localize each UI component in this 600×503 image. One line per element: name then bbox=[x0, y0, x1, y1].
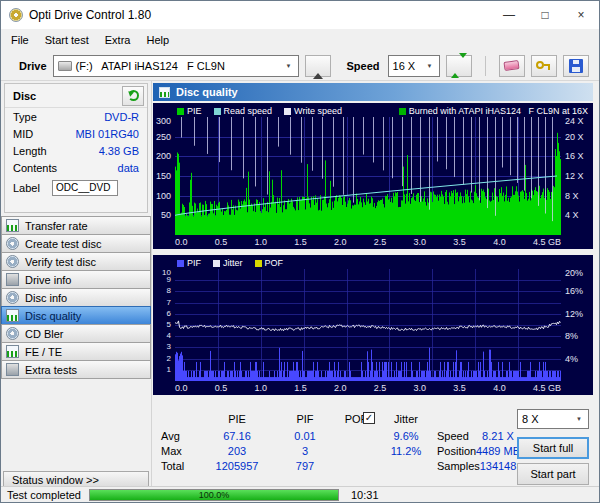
pie-legend-swatch bbox=[177, 108, 184, 115]
pie-chart: PIE Read speed Write speed Burned with A… bbox=[153, 103, 593, 249]
save-results-button[interactable] bbox=[563, 55, 589, 77]
status-bar: Test completed 100.0% 10:31 bbox=[1, 486, 599, 502]
page-title: Disc quality bbox=[176, 86, 238, 98]
pif-chart-canvas bbox=[175, 269, 561, 381]
title-bar: Opti Drive Control 1.80 — □ × bbox=[1, 1, 599, 29]
col-header-pif: PIF bbox=[279, 413, 331, 426]
sidebar-item-extra-tests[interactable]: Extra tests bbox=[1, 360, 151, 379]
toolbar: Drive (F:) ATAPI iHAS124 F CL9N ▼ Speed … bbox=[1, 51, 599, 81]
pif-legend-swatch bbox=[177, 260, 184, 267]
main-panel: Disc quality PIE Read speed Write speed … bbox=[153, 81, 593, 488]
pif-y-axis-left: 10987654321 bbox=[153, 269, 175, 381]
test-speed-value: 8 X bbox=[522, 413, 539, 425]
pie-chart-canvas bbox=[175, 117, 561, 235]
sidebar-item-fe-te[interactable]: FE / TE bbox=[1, 342, 151, 361]
minimize-button[interactable]: — bbox=[491, 1, 527, 29]
license-button[interactable] bbox=[531, 55, 557, 77]
disc-label-input[interactable] bbox=[52, 180, 118, 196]
sidebar-item-disc-info[interactable]: Disc info bbox=[1, 288, 151, 307]
up-down-arrows-icon bbox=[451, 58, 467, 73]
disc-field-length: Length 4.38 GB bbox=[5, 142, 147, 159]
burn-info: Burned with ATAPI iHAS124 F CL9N at 16X bbox=[409, 106, 588, 116]
pof-legend-swatch bbox=[255, 260, 262, 267]
pif-jitter-chart: PIF Jitter POF 10987654321 20%16%12%8%4%… bbox=[153, 255, 593, 395]
stats-panel: PIE PIF POF ✓ Jitter Avg 67.16 0.01 9.6%… bbox=[153, 399, 593, 488]
create-disc-icon bbox=[6, 237, 19, 250]
start-full-button[interactable]: Start full bbox=[517, 437, 589, 459]
disc-info-icon bbox=[6, 291, 19, 304]
refresh-icon bbox=[128, 90, 139, 101]
max-pif: 3 bbox=[279, 445, 331, 458]
test-status: Test completed bbox=[7, 489, 81, 501]
max-jitter: 11.2% bbox=[381, 445, 431, 458]
write-speed-legend-swatch bbox=[284, 108, 291, 115]
sidebar-item-create-test-disc[interactable]: Create test disc bbox=[1, 234, 151, 253]
chevron-down-icon: ▼ bbox=[282, 63, 296, 69]
close-button[interactable]: × bbox=[563, 1, 599, 29]
col-header-jitter: Jitter bbox=[381, 413, 431, 426]
total-pie: 1205957 bbox=[203, 460, 271, 473]
app-icon bbox=[9, 8, 23, 22]
col-header-pie: PIE bbox=[203, 413, 271, 426]
sidebar-item-disc-quality[interactable]: Disc quality bbox=[1, 306, 151, 325]
sidebar-item-verify-test-disc[interactable]: Verify test disc bbox=[1, 252, 151, 271]
menu-file[interactable]: File bbox=[3, 31, 37, 49]
speed-select[interactable]: 16 X ▼ bbox=[388, 55, 440, 77]
eject-icon bbox=[313, 58, 323, 73]
window-title: Opti Drive Control 1.80 bbox=[29, 8, 151, 22]
disc-label-row: Label bbox=[5, 179, 147, 196]
menu-extra[interactable]: Extra bbox=[97, 31, 139, 49]
sidebar-item-drive-info[interactable]: Drive info bbox=[1, 270, 151, 289]
progress-bar: 100.0% bbox=[89, 489, 339, 501]
drive-select[interactable]: (F:) ATAPI iHAS124 F CL9N ▼ bbox=[53, 55, 299, 77]
refresh-disc-button[interactable] bbox=[122, 86, 144, 106]
refresh-speeds-button[interactable] bbox=[446, 55, 472, 77]
disc-field-mid: MID MBI 01RG40 bbox=[5, 125, 147, 142]
drive-icon bbox=[58, 61, 72, 71]
avg-pif: 0.01 bbox=[279, 430, 331, 443]
pie-x-axis: 0.00.51.01.52.02.53.03.54.04.5 GB bbox=[175, 235, 561, 248]
window-controls: — □ × bbox=[491, 1, 599, 29]
menu-start-test[interactable]: Start test bbox=[37, 31, 97, 49]
sidebar-item-cd-bler[interactable]: CD Bler bbox=[1, 324, 151, 343]
jitter-legend-swatch bbox=[213, 260, 220, 267]
cd-bler-icon bbox=[6, 327, 19, 340]
save-icon bbox=[569, 59, 583, 73]
pie-y-axis-left: 30025020015010050 bbox=[153, 117, 175, 235]
test-speed-select[interactable]: 8 X ▼ bbox=[517, 409, 589, 429]
drive-select-value: (F:) ATAPI iHAS124 F CL9N bbox=[76, 60, 225, 72]
sidebar-item-transfer-rate[interactable]: Transfer rate bbox=[1, 216, 151, 235]
toolbar-separator bbox=[485, 56, 486, 76]
eject-button[interactable] bbox=[305, 55, 331, 77]
sidebar-nav: Transfer rate Create test disc Verify te… bbox=[1, 217, 151, 379]
key-icon bbox=[536, 58, 552, 73]
jitter-checkbox[interactable]: ✓ bbox=[363, 412, 375, 424]
total-pif: 797 bbox=[279, 460, 331, 473]
jitter-y-axis-right: 20%16%12%8%4% bbox=[561, 269, 593, 381]
disc-info-box: Disc Type DVD-R MID MBI 01RG40 Length 4.… bbox=[4, 83, 148, 213]
speed-select-value: 16 X bbox=[393, 60, 416, 72]
verify-disc-icon bbox=[6, 255, 19, 268]
left-panel: Disc Type DVD-R MID MBI 01RG40 Length 4.… bbox=[1, 81, 152, 488]
chevron-down-icon: ▼ bbox=[423, 63, 437, 69]
max-pie: 203 bbox=[203, 445, 271, 458]
disc-box-title: Disc bbox=[13, 90, 36, 102]
eraser-icon bbox=[503, 60, 519, 71]
fe-te-icon bbox=[6, 345, 19, 358]
start-part-button[interactable]: Start part bbox=[517, 463, 589, 485]
elapsed-time: 10:31 bbox=[351, 489, 379, 501]
speed-label: Speed bbox=[347, 60, 380, 72]
transfer-rate-icon bbox=[6, 219, 19, 232]
app-window: Opti Drive Control 1.80 — □ × File Start… bbox=[0, 0, 600, 503]
chevron-down-icon: ▼ bbox=[572, 416, 586, 422]
disc-quality-nav-icon bbox=[6, 309, 19, 322]
page-title-bar: Disc quality bbox=[153, 83, 593, 101]
drive-label: Drive bbox=[19, 60, 47, 72]
maximize-button[interactable]: □ bbox=[527, 1, 563, 29]
read-speed-legend-swatch bbox=[214, 108, 221, 115]
disc-field-contents: Contents data bbox=[5, 159, 147, 176]
erase-disc-button[interactable] bbox=[499, 55, 525, 77]
pie-y-axis-right: 24 X20 X16 X12 X8 X4 X bbox=[561, 117, 593, 235]
pie-chart-legend: PIE Read speed Write speed Burned with A… bbox=[153, 103, 593, 117]
menu-help[interactable]: Help bbox=[138, 31, 177, 49]
